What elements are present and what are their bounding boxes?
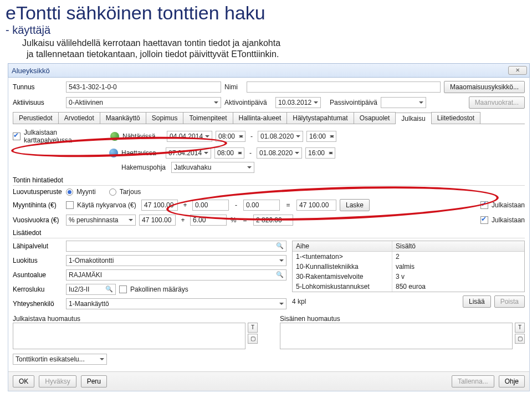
tab-halytystapahtumat[interactable]: Hälytystapahtumat bbox=[287, 112, 354, 124]
hakemuspohja-label: Hakemuspohja bbox=[121, 164, 168, 171]
expand-icon[interactable]: ▢ bbox=[248, 334, 258, 344]
tab-sopimus[interactable]: Sopimus bbox=[146, 112, 184, 124]
tallenna-button[interactable]: Tallenna... bbox=[452, 375, 494, 387]
vuosivuokra-base[interactable]: 47 100.00 bbox=[139, 215, 176, 226]
nykyarvo-checkbox[interactable] bbox=[66, 201, 74, 209]
julkaistaan-vv-label: Julkaistaan bbox=[492, 216, 525, 224]
window-title: Alueyksikkö bbox=[12, 67, 50, 75]
tarjous-radio[interactable] bbox=[109, 188, 116, 196]
haettavissa-start-date[interactable]: 07.04.2014 bbox=[166, 147, 211, 159]
expand-icon[interactable]: ▢ bbox=[515, 334, 525, 344]
hintatiedot-heading: Tontin hintatiedot bbox=[13, 176, 525, 186]
haettavissa-end-date[interactable]: 01.08.2020 bbox=[257, 147, 302, 159]
hakemuspohja-select[interactable]: Jatkuvahaku bbox=[171, 162, 254, 173]
list-count: 4 kpl bbox=[292, 298, 306, 305]
myyntihinta-result: 47 100.00 bbox=[296, 200, 336, 211]
equals-sign: = bbox=[283, 201, 293, 209]
slide-title: eTontti sähköinen tonttien haku bbox=[0, 0, 532, 24]
desc-line-1: Julkaisu välilehdellä kerrotaan haettava… bbox=[22, 38, 510, 49]
slide-description: Julkaisu välilehdellä kerrotaan haettava… bbox=[0, 38, 532, 63]
luovutusperuste-label: Luovutusperuste bbox=[13, 188, 63, 196]
julkaistaan-mh-label: Julkaistaan bbox=[492, 201, 525, 209]
nahtavissa-end-date[interactable]: 01.08.2020 bbox=[258, 131, 303, 142]
nahtavissa-start-date[interactable]: 04.04.2014 bbox=[167, 131, 212, 142]
aktivointipaiva-input[interactable]: 10.03.2012 bbox=[275, 97, 321, 108]
close-icon[interactable]: ✕ bbox=[508, 66, 527, 75]
haettavissa-start-time[interactable]: 08:00 bbox=[214, 147, 244, 159]
vuokraperuste-select[interactable]: % perushinnasta bbox=[66, 215, 136, 226]
tonttikortti-esikatselu-select[interactable]: Tonttikortin esikatselu... bbox=[13, 354, 107, 365]
aihe-listbox[interactable]: Aihe Sisältö 1-<tuntematon>2 10-Kunnalli… bbox=[292, 241, 525, 292]
nimi-input[interactable] bbox=[247, 81, 441, 93]
julkaistaan-vv-checkbox[interactable] bbox=[480, 216, 488, 224]
tab-perustiedot[interactable]: Perustiedot bbox=[13, 112, 59, 124]
tab-julkaisu[interactable]: Julkaisu bbox=[395, 113, 431, 124]
window-titlebar: Alueyksikkö ✕ bbox=[8, 63, 530, 78]
luokitus-label: Luokitus bbox=[13, 257, 63, 264]
bold-icon[interactable]: T bbox=[515, 323, 525, 333]
vuosivuokra-plus[interactable]: 6.00 bbox=[190, 215, 227, 226]
karttapalvelu-checkbox[interactable] bbox=[13, 132, 21, 140]
maanvuokrat-button[interactable]: Maanvuokrat... bbox=[469, 96, 525, 109]
karttapalvelu-label: Julkaistaan karttapalvelussa bbox=[24, 129, 107, 144]
tab-toimenpiteet[interactable]: Toimenpiteet bbox=[183, 112, 233, 124]
passivointipaiva-input[interactable] bbox=[381, 97, 426, 108]
myyntihinta-plus[interactable]: 0.00 bbox=[192, 200, 229, 211]
ohje-button[interactable]: Ohje bbox=[499, 375, 525, 387]
bold-icon[interactable]: T bbox=[248, 323, 258, 333]
sis-huomautus-label: Sisäinen huomautus bbox=[280, 315, 525, 323]
list-item: 5-Lohkomiskustannukset850 euroa bbox=[293, 282, 524, 292]
tab-hallinta-alueet[interactable]: Hallinta-alueet bbox=[233, 112, 288, 124]
list-item: 1-<tuntematon>2 bbox=[293, 252, 524, 262]
asuntoalue-input[interactable]: RAJAMÄKI bbox=[66, 269, 287, 281]
yhteyshenkilo-select[interactable]: 1-Maankäyttö bbox=[66, 298, 287, 309]
hyvaksy-button[interactable]: Hyväksy bbox=[39, 375, 76, 387]
percent-sign: % bbox=[230, 216, 237, 224]
haettavissa-label: Haettavissa bbox=[121, 149, 162, 157]
julk-huomautus-label: Julkaistava huomautus bbox=[13, 315, 258, 323]
myynti-radio[interactable] bbox=[66, 188, 73, 196]
dash: - bbox=[249, 132, 254, 140]
footer-bar: OK Hyväksy Peru Tallenna... Ohje bbox=[8, 371, 529, 391]
aktiivisuus-select[interactable]: 0-Aktiivinen bbox=[66, 97, 221, 108]
peru-button[interactable]: Peru bbox=[81, 375, 107, 387]
plus-sign: + bbox=[181, 201, 189, 209]
tabstrip: Perustiedot Arvotiedot Maankäyttö Sopimu… bbox=[13, 112, 525, 124]
equals-sign: = bbox=[240, 216, 250, 224]
tunnus-input[interactable]: 543-1-302-1-0-0 bbox=[66, 81, 221, 93]
haettavissa-end-time[interactable]: 16:00 bbox=[305, 147, 335, 159]
myyntihinta-label: Myyntihinta (€) bbox=[13, 201, 63, 209]
lisatiedot-heading: Lisätiedot bbox=[13, 229, 525, 238]
nykyarvo-label: Käytä nykyarvoa (€) bbox=[77, 201, 138, 209]
kerrosluku-input[interactable]: Iu2/3-II bbox=[66, 284, 116, 295]
aihe-header: Aihe bbox=[293, 241, 392, 251]
tab-maankaytto[interactable]: Maankäyttö bbox=[100, 112, 146, 124]
julk-huomautus-textarea[interactable] bbox=[13, 323, 245, 349]
laske-button[interactable]: Laske bbox=[340, 199, 370, 211]
minus-sign: - bbox=[232, 201, 240, 209]
lisaa-button[interactable]: Lisää bbox=[463, 295, 491, 308]
nimi-label: Nimi bbox=[224, 83, 243, 91]
tab-liitetiedostot[interactable]: Liitetiedostot bbox=[431, 112, 480, 124]
passivointipaiva-label: Passivointipäivä bbox=[330, 99, 377, 106]
ok-button[interactable]: OK bbox=[13, 375, 34, 387]
list-item: 30-Rakentamisvelvoite3 v bbox=[293, 272, 524, 282]
pakollinen-checkbox[interactable] bbox=[119, 285, 127, 293]
sis-huomautus-textarea[interactable] bbox=[280, 323, 513, 349]
slide-subtitle: - käyttäjä bbox=[0, 24, 532, 38]
myyntihinta-base[interactable]: 47 100.00 bbox=[141, 200, 178, 211]
luokitus-select[interactable]: 1-Omakotitontti bbox=[66, 255, 287, 266]
globe-blue-icon bbox=[109, 149, 118, 157]
myynti-label: Myynti bbox=[76, 188, 96, 196]
tarjous-label: Tarjous bbox=[120, 188, 141, 196]
lahipalvelut-input[interactable] bbox=[66, 241, 287, 252]
tab-arvotiedot[interactable]: Arvotiedot bbox=[58, 112, 100, 124]
nahtavissa-end-time[interactable]: 16:00 bbox=[306, 131, 336, 142]
plus-sign: + bbox=[179, 216, 187, 224]
tab-osapuolet[interactable]: Osapuolet bbox=[354, 112, 396, 124]
maaomaisuus-button[interactable]: Maaomaisuusyksikkö... bbox=[444, 81, 525, 93]
nahtavissa-start-time[interactable]: 08:00 bbox=[216, 131, 245, 142]
poista-button[interactable]: Poista bbox=[494, 295, 525, 308]
myyntihinta-minus[interactable]: 0.00 bbox=[243, 200, 280, 211]
julkaistaan-mh-checkbox[interactable] bbox=[480, 201, 488, 209]
